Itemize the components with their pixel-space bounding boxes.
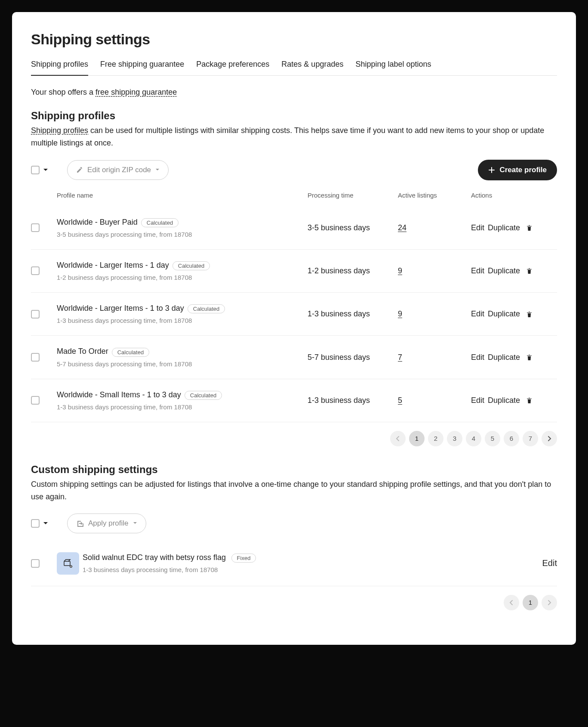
page-button[interactable]: 6	[504, 431, 519, 446]
listing-subtext: 1-3 business days processing time, from …	[83, 566, 505, 573]
edit-link[interactable]: Edit	[471, 223, 484, 232]
create-profile-button[interactable]: Create profile	[478, 160, 557, 180]
custom-select-all-checkbox[interactable]	[31, 519, 40, 528]
arrow-right-icon	[546, 436, 552, 442]
custom-section-desc: Custom shipping settings can be adjusted…	[31, 478, 557, 503]
edit-link[interactable]: Edit	[471, 353, 484, 362]
svg-rect-0	[64, 561, 70, 566]
plus-icon	[488, 167, 495, 173]
row-checkbox[interactable]	[31, 559, 40, 568]
page-button[interactable]: 7	[523, 431, 538, 446]
active-listings-link[interactable]: 7	[398, 353, 402, 362]
select-all-dropdown[interactable]	[43, 168, 48, 172]
tab-shipping-label-options[interactable]: Shipping label options	[355, 60, 431, 75]
table-row: Made To OrderCalculated5-7 business days…	[31, 336, 557, 379]
profile-name: Worldwide - Larger Items - 1 day	[57, 261, 169, 269]
page-button[interactable]: 4	[466, 431, 481, 446]
prev-page-button	[504, 595, 519, 610]
tab-free-shipping-guarantee[interactable]: Free shipping guarantee	[100, 60, 184, 75]
profile-name: Worldwide - Buyer Paid	[57, 218, 138, 226]
profiles-section-desc: Shipping profiles can be used for multip…	[31, 124, 557, 149]
active-listings-link[interactable]: 24	[398, 223, 406, 232]
listing-name: Solid walnut EDC tray with betsy ross fl…	[83, 553, 226, 562]
page-button[interactable]: 5	[485, 431, 500, 446]
trash-icon[interactable]	[526, 311, 533, 318]
arrow-right-icon	[546, 600, 552, 606]
select-all-checkbox[interactable]	[31, 166, 40, 174]
calculated-badge: Calculated	[185, 391, 222, 400]
table-row: Worldwide - Small Items - 1 to 3 dayCalc…	[31, 379, 557, 422]
page-button[interactable]: 3	[447, 431, 462, 446]
trash-icon[interactable]	[526, 397, 533, 404]
custom-toolbar: Apply profile	[31, 514, 557, 533]
row-checkbox[interactable]	[31, 396, 40, 405]
tab-shipping-profiles[interactable]: Shipping profiles	[31, 60, 88, 76]
arrow-left-icon	[508, 600, 514, 606]
custom-pagination: 1	[31, 595, 557, 610]
processing-time: 1-2 business days	[308, 266, 398, 275]
row-checkbox[interactable]	[31, 310, 40, 319]
col-processing: Processing time	[308, 192, 398, 199]
edit-link[interactable]: Edit	[505, 558, 557, 568]
chevron-down-icon	[155, 168, 160, 171]
duplicate-link[interactable]: Duplicate	[488, 396, 520, 405]
duplicate-link[interactable]: Duplicate	[488, 223, 520, 232]
trash-icon[interactable]	[526, 267, 533, 274]
profile-name: Made To Order	[57, 347, 108, 356]
col-listings: Active listings	[398, 192, 471, 199]
profile-subtext: 5-7 business days processing time, from …	[57, 360, 308, 368]
profile-subtext: 1-2 business days processing time, from …	[57, 274, 308, 281]
trash-icon[interactable]	[526, 354, 533, 361]
profiles-toolbar: Edit origin ZIP code Create profile	[31, 160, 557, 180]
profiles-desc-link[interactable]: Shipping profiles	[31, 126, 88, 135]
processing-time: 1-3 business days	[308, 396, 398, 405]
trash-icon[interactable]	[526, 224, 533, 231]
create-label: Create profile	[499, 166, 547, 174]
page-button[interactable]: 1	[523, 595, 538, 610]
duplicate-link[interactable]: Duplicate	[488, 353, 520, 362]
guarantee-text: Your shop offers a free shipping guarant…	[31, 88, 557, 97]
custom-select-all-dropdown[interactable]	[43, 522, 48, 525]
page-title: Shipping settings	[31, 31, 557, 48]
edit-zip-button[interactable]: Edit origin ZIP code	[67, 160, 169, 180]
tabs: Shipping profilesFree shipping guarantee…	[31, 60, 557, 76]
profiles-section-title: Shipping profiles	[31, 110, 557, 122]
processing-time: 5-7 business days	[308, 353, 398, 362]
apply-profile-button[interactable]: Apply profile	[67, 514, 146, 533]
arrow-left-icon	[395, 436, 401, 442]
guarantee-prefix: Your shop offers a	[31, 88, 95, 96]
edit-link[interactable]: Edit	[471, 266, 484, 275]
row-checkbox[interactable]	[31, 266, 40, 275]
table-row: Solid walnut EDC tray with betsy ross fl…	[31, 541, 557, 586]
listing-thumbnail	[57, 552, 79, 575]
edit-link[interactable]: Edit	[471, 396, 484, 405]
tab-package-preferences[interactable]: Package preferences	[196, 60, 269, 75]
processing-time: 1-3 business days	[308, 309, 398, 319]
page-button[interactable]: 2	[428, 431, 443, 446]
active-listings-link[interactable]: 9	[398, 309, 402, 318]
row-checkbox[interactable]	[31, 353, 40, 362]
table-row: Worldwide - Larger Items - 1 to 3 dayCal…	[31, 293, 557, 336]
chevron-down-icon	[133, 522, 137, 525]
guarantee-link[interactable]: free shipping guarantee	[95, 88, 177, 96]
duplicate-link[interactable]: Duplicate	[488, 266, 520, 275]
profiles-desc-rest: can be used for multiple listings with s…	[31, 126, 544, 147]
duplicate-link[interactable]: Duplicate	[488, 309, 520, 319]
table-row: Worldwide - Buyer PaidCalculated3-5 busi…	[31, 207, 557, 250]
page-button[interactable]: 1	[409, 431, 425, 446]
fixed-badge: Fixed	[231, 554, 256, 563]
next-page-button[interactable]	[542, 431, 557, 446]
active-listings-link[interactable]: 5	[398, 396, 402, 405]
next-page-button	[542, 595, 557, 610]
tab-rates-upgrades[interactable]: Rates & upgrades	[281, 60, 343, 75]
profile-subtext: 3-5 business days processing time, from …	[57, 231, 308, 238]
profiles-pagination: 1234567	[31, 431, 557, 446]
edit-zip-label: Edit origin ZIP code	[87, 166, 151, 174]
active-listings-link[interactable]: 9	[398, 266, 402, 275]
profile-subtext: 1-3 business days processing time, from …	[57, 317, 308, 324]
edit-link[interactable]: Edit	[471, 309, 484, 319]
custom-section-title: Custom shipping settings	[31, 464, 557, 476]
profile-name: Worldwide - Small Items - 1 to 3 day	[57, 390, 181, 399]
row-checkbox[interactable]	[31, 223, 40, 232]
pencil-icon	[76, 167, 83, 173]
